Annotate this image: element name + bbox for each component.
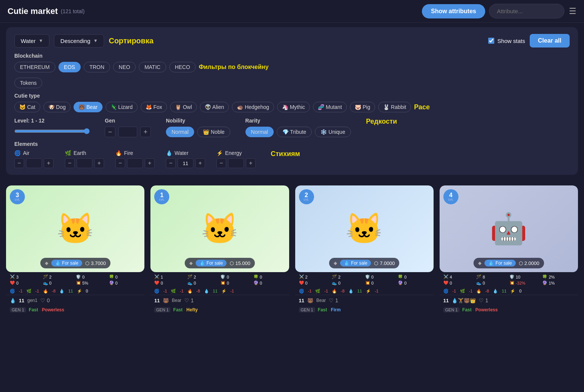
earth-icon: 🌿 [65,150,71,156]
card-1-price: ⬡ 3.7000 [85,260,106,266]
card-4-for-sale-badge[interactable]: 💧 For sale [484,260,515,266]
cutie-type-hedgehog[interactable]: 🦔 Hedgehog [232,102,274,112]
blockchain-chips-row2: Tokens [14,78,570,88]
card-3-trait1: Fast [318,307,327,312]
card-4-gen-tag: GEN 1 [443,307,460,312]
level-block: Level: 1 - 12 [14,118,90,137]
cutie-type-dog[interactable]: 🐶 Dog [43,102,71,112]
card-1-sale-bar: ◆ 💧 For sale ⬡ 3.7000 [40,258,110,268]
energy-decrease-button[interactable]: − [216,158,226,168]
nobility-normal[interactable]: Normal [166,127,194,137]
cutie-type-pig[interactable]: 🐷 Pig [350,102,375,112]
sort-label-ru: Сортировка [109,37,153,45]
card-1-elements: 🌀-1 🌿-1 🔥-8 💧11 ⚡0 [6,288,144,295]
sort-order-dropdown[interactable]: Descending ▼ [54,34,104,47]
eth-icon-price3: ⬡ [374,260,378,266]
blockchain-chip-tokens[interactable]: Tokens [14,78,42,88]
sort-type-dropdown[interactable]: Water ▼ [14,34,49,47]
card-1-love-button[interactable]: ♡ 0 [40,297,50,303]
card-3-level-badge: 2 LVL [299,189,314,204]
rarity-tribute[interactable]: 💎 Tribute [277,127,312,137]
cutie-type-fox[interactable]: 🦊 Fox [141,102,167,112]
card-3-love-button[interactable]: ♡ 1 [329,297,338,303]
card-1[interactable]: 3 LVL 🐱 ◆ 💧 For sale ⬡ 3.7000 ⚔️3 🪄2 🛡️0… [6,185,144,315]
card-1-water-icon: 💧 [10,298,16,303]
card-4-cutie-image: 🤖 [490,211,527,247]
card-3-bear-icon: 🐻 [307,298,313,303]
card-3-for-sale-badge[interactable]: 💧 For sale [340,260,371,266]
show-stats-toggle[interactable]: Show stats [488,38,525,44]
air-value [26,158,42,168]
card-4[interactable]: 4 LVL 🤖 ◆ 💧 For sale ⬡ 2.0000 ⚔️4 🪄8 🛡️1… [440,185,578,315]
card-3-image: 2 LVL 🐱 ◆ 💧 For sale ⬡ 7.0000 [295,185,434,272]
card-4-gen: GEN 1 Fast · Powerless [440,306,578,315]
cutie-type-rabbit[interactable]: 🐰 Rabbit [378,102,411,112]
clear-all-button[interactable]: Clear all [530,34,570,47]
card-4-sale-bar: ◆ 💧 For sale ⬡ 2.0000 [474,258,544,268]
card-2-sale-bar: ◆ 💧 For sale ⬡ 15.000 [185,258,255,268]
card-3-cutie-image: 🐱 [345,211,383,247]
elements-label-ru: Стихиям [271,150,300,158]
cutie-type-chips-row: 🐱 Cat 🐶 Dog 🐻 Bear 🦎 Lizard 🦊 Fox 🦉 Owl … [14,102,570,112]
blockchain-chip-eos[interactable]: EOS [58,62,81,72]
elements-row: 🌀 Air − + 🌿 Earth − + [14,150,570,168]
card-2-elements: 🌀-1 🌿-1 🔥-8 💧11 ⚡-1 [150,288,289,295]
element-earth: 🌿 Earth − + [65,150,104,168]
card-2[interactable]: 1 LVL 🐱 ◆ 💧 For sale ⬡ 15.000 ⚔️1 🪄2 🛡️0… [150,185,289,315]
cutie-type-mythic[interactable]: 🦄 Mythic [277,102,310,112]
cutie-type-cat[interactable]: 🐱 Cat [14,102,40,112]
card-4-love-button[interactable]: ♡ 1 [479,297,488,303]
air-decrease-button[interactable]: − [14,158,24,168]
blockchain-chip-matic[interactable]: MATIC [139,62,166,72]
water-drop-icon2: 💧 [199,260,205,266]
cutie-type-alien[interactable]: 👽 Alien [200,102,229,112]
show-stats-checkbox[interactable] [488,38,494,44]
stat-crit: 💥5% [76,280,108,285]
card-1-lvl-label: LVL [15,198,20,201]
water-increase-button[interactable]: + [195,158,205,168]
menu-icon[interactable]: ☰ [569,6,576,16]
earth-stepper: − + [65,158,104,168]
card-1-trait2: Powerless [42,307,64,312]
blockchain-chip-tron[interactable]: TRON [84,62,110,72]
stat-magic: 🪄2 [43,274,75,279]
nobility-noble[interactable]: 👑 Noble [197,127,230,137]
card-2-love-button[interactable]: ♡ 1 [184,297,194,303]
card-1-for-sale-badge[interactable]: 💧 For sale [51,260,82,266]
blockchain-section-label: Blockchain [14,53,570,59]
earth-decrease-button[interactable]: − [65,158,75,168]
card-2-name: Bear [172,298,181,303]
attribute-search-input[interactable] [489,4,564,18]
element-air-label: 🌀 Air [14,150,54,156]
fire-decrease-button[interactable]: − [115,158,125,168]
gen-decrease-button[interactable]: − [105,127,115,137]
card-4-price: ⬡ 2.0000 [519,260,540,266]
energy-increase-button[interactable]: + [246,158,256,168]
water-decrease-button[interactable]: − [166,158,176,168]
card-3[interactable]: 2 LVL 🐱 ◆ 💧 For sale ⬡ 7.0000 ⚔️2 🪄2 🛡️0… [295,185,434,315]
show-attributes-button[interactable]: Show attributes [422,4,485,18]
air-increase-button[interactable]: + [44,158,54,168]
blockchain-chip-ethereum[interactable]: ETHEREUM [14,62,55,72]
rarity-normal[interactable]: Normal [245,127,274,137]
cutie-type-bear[interactable]: 🐻 Bear [74,102,102,112]
water-value: 11 [178,158,193,168]
elements-section: Elements 🌀 Air − + 🌿 Earth − [14,141,570,168]
element-water-label: 💧 Water [166,150,205,156]
card-2-stats: ⚔️1 🪄2 🛡️0 🍀0 ❤️0 👟0 💥0 🔮0 [150,272,289,288]
cutie-type-mutant[interactable]: 🧬 Mutant [313,102,347,112]
level-slider-max[interactable] [14,128,90,134]
earth-increase-button[interactable]: + [94,158,104,168]
card-2-for-sale-badge[interactable]: 💧 For sale [196,260,227,266]
cutie-type-lizard[interactable]: 🦎 Lizard [106,102,138,112]
rarity-label: Rarity [245,118,351,124]
blockchain-chip-heco[interactable]: HECO [169,62,196,72]
eth-icon-price2: ⬡ [230,260,234,266]
fire-increase-button[interactable]: + [145,158,155,168]
cutie-type-owl[interactable]: 🦉 Owl [170,102,197,112]
card-3-gen-tag: GEN 1 [299,307,315,312]
rarity-unique[interactable]: ❄️ Unique [315,127,351,137]
gen-increase-button[interactable]: + [140,127,151,137]
card-3-name: Bear [316,298,326,303]
blockchain-chip-neo[interactable]: NEO [113,62,136,72]
